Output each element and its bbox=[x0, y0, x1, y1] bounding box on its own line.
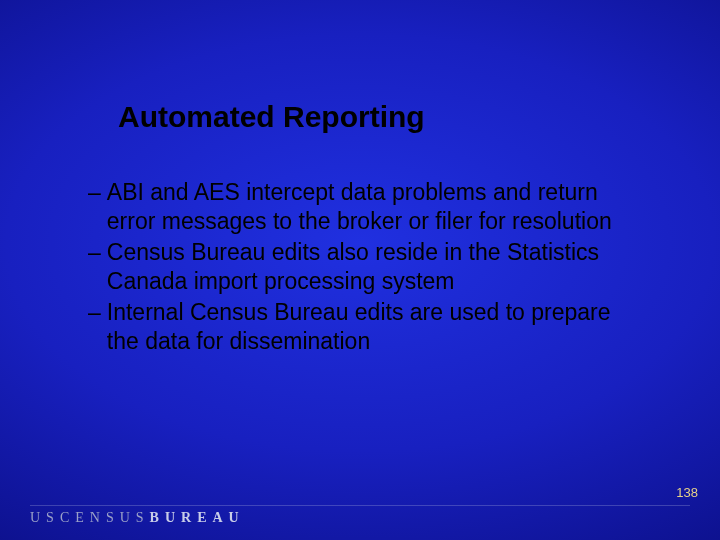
slide: Automated Reporting – ABI and AES interc… bbox=[0, 0, 720, 540]
bullet-text: Census Bureau edits also reside in the S… bbox=[107, 238, 648, 296]
bullet-text: ABI and AES intercept data problems and … bbox=[107, 178, 648, 236]
footer-org-part1: USCENSUS bbox=[30, 510, 150, 525]
slide-body: – ABI and AES intercept data problems an… bbox=[88, 178, 648, 358]
footer-logo: USCENSUSBUREAU bbox=[30, 510, 245, 526]
bullet-item: – ABI and AES intercept data problems an… bbox=[88, 178, 648, 236]
bullet-dash: – bbox=[88, 298, 107, 356]
bullet-dash: – bbox=[88, 238, 107, 296]
page-number: 138 bbox=[676, 485, 698, 500]
bullet-item: – Census Bureau edits also reside in the… bbox=[88, 238, 648, 296]
bullet-text: Internal Census Bureau edits are used to… bbox=[107, 298, 648, 356]
bullet-item: – Internal Census Bureau edits are used … bbox=[88, 298, 648, 356]
slide-title: Automated Reporting bbox=[118, 100, 425, 134]
footer-org-part2: BUREAU bbox=[150, 510, 245, 525]
footer-divider bbox=[30, 505, 690, 506]
bullet-dash: – bbox=[88, 178, 107, 236]
